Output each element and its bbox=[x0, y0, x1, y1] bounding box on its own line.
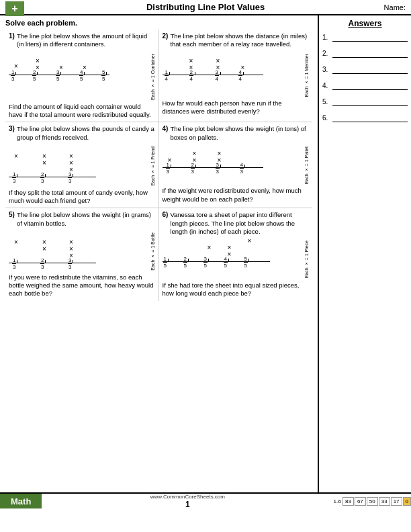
footer-right: 1-6 83 67 50 33 17 0 bbox=[333, 494, 411, 508]
answer-num-1: 1. bbox=[322, 34, 330, 41]
problem-2: 2) The line plot below shows the distanc… bbox=[159, 30, 313, 122]
problem-1: 1) The line plot below shows the amount … bbox=[5, 30, 159, 122]
problem-5-question: If you were to redistribute the vitamins… bbox=[9, 273, 155, 298]
problem-3-question: If they split the total amount of candy … bbox=[9, 189, 155, 206]
name-label: Name: bbox=[384, 3, 406, 11]
footer-center: www.CommonCoreSheets.com 1 bbox=[42, 494, 333, 508]
answer-line-1: 1. bbox=[322, 32, 408, 42]
plot-2-label: Each × = 1 Member bbox=[304, 54, 309, 97]
plot-6-label: Each × = 1 Piece bbox=[304, 240, 309, 278]
problem-6-number: 6) bbox=[163, 211, 169, 238]
page-header: + Distributing Line Plot Values Name: bbox=[0, 0, 411, 15]
ak-box-4: 33 bbox=[379, 497, 390, 506]
footer-url: www.CommonCoreSheets.com bbox=[150, 494, 225, 500]
logo-icon: + bbox=[5, 1, 24, 16]
problem-6: 6) Vanessa tore a sheet of paper into di… bbox=[159, 208, 313, 300]
problem-3-text: The line plot below shows the pounds of … bbox=[17, 125, 155, 142]
answer-blank-4[interactable] bbox=[332, 81, 408, 90]
answers-title: Answers bbox=[322, 19, 408, 28]
problem-5-text: The line plot below shows the weight (in… bbox=[17, 211, 155, 228]
answer-blank-2[interactable] bbox=[332, 48, 408, 58]
problem-1-number: 1) bbox=[9, 32, 15, 52]
problem-4-number: 4) bbox=[163, 125, 169, 144]
answer-line-4: 4. bbox=[322, 81, 408, 90]
problem-4-text: The line plot below shows the weight (in… bbox=[170, 125, 309, 142]
problem-2-text: The line plot below shows the distance (… bbox=[170, 32, 309, 49]
plot-5-label: Each × = 1 Bottle bbox=[150, 232, 155, 271]
problems-grid: 1) The line plot below shows the amount … bbox=[5, 30, 312, 301]
plot-5: × × × × × × 13 bbox=[9, 232, 155, 271]
problem-3-number: 3) bbox=[9, 125, 15, 144]
answer-blank-1[interactable] bbox=[332, 32, 408, 42]
main-content: Solve each problem. 1) The line plot bel… bbox=[0, 15, 411, 492]
answers-column: Answers 1. 2. 3. 4. 5. 6. bbox=[319, 15, 411, 492]
footer-page: 1 bbox=[185, 500, 190, 509]
plot-6: × × × × 15 bbox=[163, 240, 310, 278]
problem-6-question: If she had tore the sheet into equal siz… bbox=[163, 281, 310, 298]
plot-3-label: Each × = 1 Friend bbox=[150, 146, 155, 186]
answer-num-4: 4. bbox=[322, 82, 330, 89]
problems-area: Solve each problem. 1) The line plot bel… bbox=[0, 15, 319, 492]
answer-blank-5[interactable] bbox=[332, 97, 408, 106]
ak-box-1: 83 bbox=[342, 497, 354, 506]
plot-4: × × × × × 13 bbox=[163, 146, 310, 184]
answer-key-boxes: 83 67 50 33 17 0 bbox=[342, 497, 411, 506]
answer-num-5: 5. bbox=[322, 98, 330, 105]
answer-blank-6[interactable] bbox=[332, 113, 408, 122]
problem-5: 5) The line plot below shows the weight … bbox=[5, 208, 159, 300]
plot-1: × × × × × bbox=[9, 54, 155, 100]
problem-5-number: 5) bbox=[9, 211, 15, 230]
plot-4-label: Each × = 1 Pallet bbox=[304, 146, 309, 184]
solve-label: Solve each problem. bbox=[5, 19, 312, 27]
problem-6-text: Vanessa tore a sheet of paper into diffe… bbox=[170, 211, 309, 236]
problem-1-text: The line plot below shows the amount of … bbox=[17, 32, 155, 49]
ak-box-3: 50 bbox=[367, 497, 378, 506]
answer-blank-3[interactable] bbox=[332, 64, 408, 74]
ak-box-5: 17 bbox=[391, 497, 402, 506]
answer-num-3: 3. bbox=[322, 66, 330, 73]
answer-line-3: 3. bbox=[322, 64, 408, 74]
ak-box-6: 0 bbox=[403, 497, 411, 506]
answer-line-5: 5. bbox=[322, 97, 408, 106]
answer-key-label: 1-6 bbox=[333, 498, 341, 504]
problem-4-question: If the weight were redistributed evenly,… bbox=[163, 187, 310, 204]
page-title: Distributing Line Plot Values bbox=[146, 2, 265, 12]
plot-3: × × × × × × 13 bbox=[9, 146, 155, 186]
math-label: Math bbox=[0, 494, 42, 508]
answer-line-6: 6. bbox=[322, 113, 408, 122]
plot-1-label: Each × = 1 Container bbox=[150, 54, 155, 100]
problem-3: 3) The line plot below shows the pounds … bbox=[5, 122, 159, 208]
problem-2-question: How far would each person have run if th… bbox=[163, 99, 310, 116]
ak-box-2: 67 bbox=[355, 497, 366, 506]
problem-4: 4) The line plot below shows the weight … bbox=[159, 122, 313, 208]
problem-1-question: Find the amount of liquid each container… bbox=[9, 103, 155, 120]
answer-num-2: 2. bbox=[322, 50, 330, 57]
answer-line-2: 2. bbox=[322, 48, 408, 58]
page-footer: Math www.CommonCoreSheets.com 1 1-6 83 6… bbox=[0, 492, 411, 508]
plot-2: × × × × × 14 bbox=[163, 54, 310, 97]
answer-num-6: 6. bbox=[322, 114, 330, 122]
problem-2-number: 2) bbox=[163, 32, 169, 52]
